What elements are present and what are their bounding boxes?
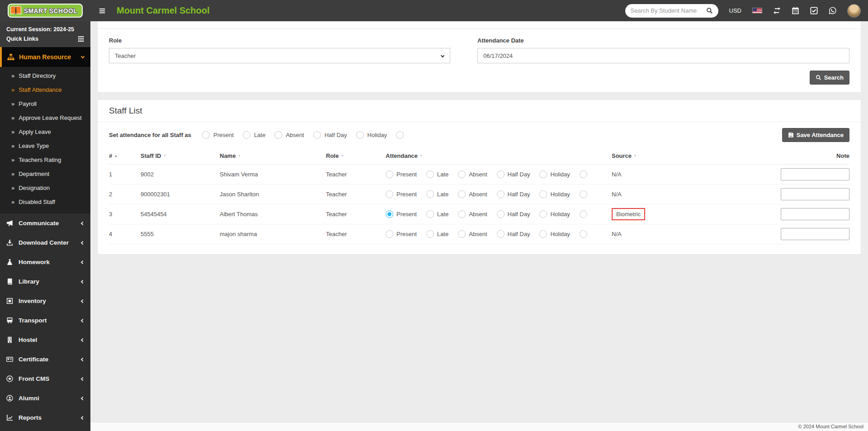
- attendance-option-holiday[interactable]: Holiday: [539, 210, 570, 218]
- search-icon[interactable]: [706, 7, 713, 14]
- sidebar-group-front-cms[interactable]: Front CMS: [0, 369, 90, 388]
- radio-icon[interactable]: [386, 171, 393, 178]
- grid-icon[interactable]: [78, 36, 84, 42]
- radio-icon[interactable]: [580, 190, 587, 198]
- smart-school-logo[interactable]: SMART SCHOOL: [8, 4, 83, 18]
- sidebar-group-inventory[interactable]: Inventory: [0, 291, 90, 311]
- radio-icon[interactable]: [539, 230, 547, 238]
- radio-icon[interactable]: [386, 190, 393, 198]
- setall-option-blank[interactable]: [396, 131, 404, 139]
- sidebar-item-payroll[interactable]: »Payroll: [0, 97, 90, 111]
- radio-icon[interactable]: [386, 210, 393, 218]
- attendance-option-present[interactable]: Present: [386, 171, 417, 178]
- setall-option-late[interactable]: Late: [243, 131, 265, 139]
- sidebar-item-leave-type[interactable]: »Leave Type: [0, 139, 90, 153]
- sidebar-item-designation[interactable]: »Designation: [0, 181, 90, 195]
- radio-icon[interactable]: [396, 131, 404, 139]
- attendance-date-input[interactable]: [477, 48, 849, 63]
- save-attendance-button[interactable]: Save Attendance: [782, 128, 849, 142]
- radio-icon[interactable]: [497, 171, 505, 178]
- sidebar-item-apply-leave[interactable]: »Apply Leave: [0, 125, 90, 139]
- task-check-icon[interactable]: [810, 7, 818, 14]
- attendance-option-late[interactable]: Late: [426, 210, 448, 218]
- radio-icon[interactable]: [274, 131, 282, 139]
- sidebar-group-human-resource[interactable]: Human Resource: [0, 47, 90, 67]
- radio-icon[interactable]: [580, 210, 587, 218]
- sidebar-group-library[interactable]: Library: [0, 272, 90, 291]
- sidebar-item-department[interactable]: »Department: [0, 167, 90, 181]
- currency-selector[interactable]: USD: [729, 7, 741, 14]
- radio-icon[interactable]: [580, 230, 587, 238]
- sidebar-group-alumni[interactable]: Alumni: [0, 388, 90, 408]
- attendance-option-blank[interactable]: [580, 171, 587, 178]
- sidebar-item-staff-attendance[interactable]: »Staff Attendance: [0, 83, 90, 97]
- radio-icon[interactable]: [386, 230, 393, 238]
- attendance-option-late[interactable]: Late: [426, 230, 448, 238]
- sidebar-group-certificate[interactable]: Certificate: [0, 350, 90, 369]
- attendance-option-holiday[interactable]: Holiday: [539, 230, 570, 238]
- attendance-option-half-day[interactable]: Half Day: [497, 171, 530, 178]
- attendance-option-holiday[interactable]: Holiday: [539, 190, 570, 198]
- radio-icon[interactable]: [458, 171, 466, 178]
- sidebar-group-hostel[interactable]: Hostel: [0, 330, 90, 350]
- radio-icon[interactable]: [497, 230, 505, 238]
- sidebar-item-staff-directory[interactable]: »Staff Directory: [0, 69, 90, 83]
- note-input[interactable]: [781, 188, 849, 200]
- radio-icon[interactable]: [426, 230, 434, 238]
- radio-icon[interactable]: [539, 190, 547, 198]
- radio-icon[interactable]: [426, 190, 434, 198]
- setall-option-holiday[interactable]: Holiday: [356, 131, 387, 139]
- search-input[interactable]: [631, 7, 703, 14]
- attendance-option-holiday[interactable]: Holiday: [539, 171, 570, 178]
- column-header-role[interactable]: Role▼: [326, 147, 386, 165]
- setall-option-half-day[interactable]: Half Day: [313, 131, 347, 139]
- radio-icon[interactable]: [426, 171, 434, 178]
- sidebar-group-download-center[interactable]: Download Center: [0, 233, 90, 252]
- attendance-option-half-day[interactable]: Half Day: [497, 230, 530, 238]
- radio-icon[interactable]: [202, 131, 210, 139]
- attendance-option-absent[interactable]: Absent: [458, 190, 487, 198]
- role-select[interactable]: Teacher: [109, 48, 450, 63]
- radio-icon[interactable]: [313, 131, 321, 139]
- column-header-name[interactable]: Name▼: [220, 147, 326, 165]
- logo[interactable]: SMART SCHOOL: [0, 4, 90, 18]
- attendance-option-late[interactable]: Late: [426, 171, 448, 178]
- calendar-icon[interactable]: [792, 7, 799, 14]
- exchange-icon[interactable]: [773, 7, 781, 14]
- attendance-option-present[interactable]: Present: [386, 230, 417, 238]
- radio-icon[interactable]: [580, 171, 587, 178]
- user-avatar[interactable]: [847, 4, 861, 18]
- attendance-option-half-day[interactable]: Half Day: [497, 190, 530, 198]
- radio-icon[interactable]: [539, 171, 547, 178]
- sidebar-item-disabled-staff[interactable]: »Disabled Staff: [0, 195, 90, 209]
- radio-icon[interactable]: [458, 190, 466, 198]
- attendance-option-blank[interactable]: [580, 230, 587, 238]
- sidebar-item-approve-leave-request[interactable]: »Approve Leave Request: [0, 111, 90, 125]
- radio-icon[interactable]: [497, 190, 505, 198]
- setall-option-absent[interactable]: Absent: [274, 131, 304, 139]
- column-header-attendance[interactable]: Attendance▼: [386, 147, 612, 165]
- sidebar-group-system-setting[interactable]: System Setting: [0, 427, 90, 431]
- hamburger-menu-icon[interactable]: [99, 8, 106, 14]
- sidebar-group-communicate[interactable]: Communicate: [0, 213, 90, 233]
- note-input[interactable]: [781, 168, 849, 180]
- sidebar-group-reports[interactable]: Reports: [0, 408, 90, 427]
- radio-icon[interactable]: [356, 131, 364, 139]
- attendance-option-absent[interactable]: Absent: [458, 230, 487, 238]
- sidebar-item-teachers-rating[interactable]: »Teachers Rating: [0, 153, 90, 167]
- sidebar-group-homework[interactable]: Homework: [0, 252, 90, 272]
- attendance-option-absent[interactable]: Absent: [458, 171, 487, 178]
- note-input[interactable]: [781, 208, 849, 220]
- radio-icon[interactable]: [539, 210, 547, 218]
- column-header-staff-id[interactable]: Staff ID▼: [141, 147, 220, 165]
- column-header-source[interactable]: Source▼: [612, 147, 780, 165]
- attendance-option-half-day[interactable]: Half Day: [497, 210, 530, 218]
- note-input[interactable]: [781, 228, 849, 240]
- attendance-option-present[interactable]: Present: [386, 210, 417, 218]
- search-button[interactable]: Search: [810, 71, 849, 85]
- us-flag-icon[interactable]: [752, 8, 762, 14]
- setall-option-present[interactable]: Present: [202, 131, 234, 139]
- attendance-option-blank[interactable]: [580, 210, 587, 218]
- radio-icon[interactable]: [458, 210, 466, 218]
- radio-icon[interactable]: [243, 131, 250, 139]
